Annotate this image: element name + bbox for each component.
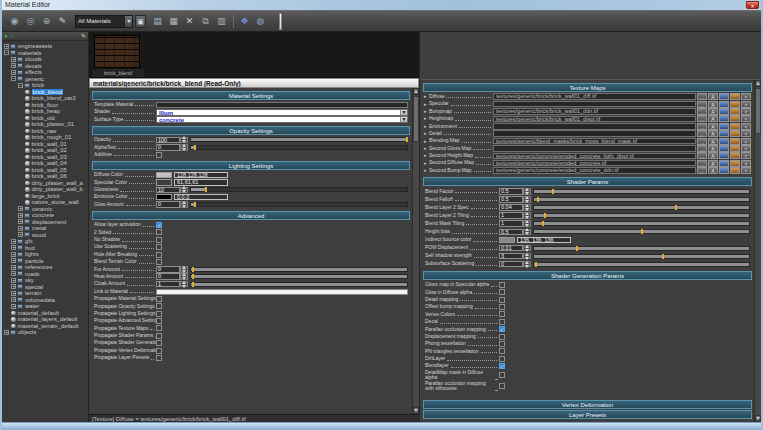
checkbox[interactable]: ✓ xyxy=(499,363,505,369)
slider-thumb[interactable] xyxy=(194,145,196,150)
checkbox[interactable] xyxy=(156,244,162,250)
spinner-up-icon[interactable] xyxy=(525,188,529,191)
texture-path-field[interactable] xyxy=(493,130,696,137)
preview-texture-button[interactable] xyxy=(730,93,740,100)
edit-texture-button[interactable] xyxy=(719,160,729,167)
edit-texture-button[interactable] xyxy=(719,130,729,137)
spinner-up-icon[interactable] xyxy=(525,245,529,248)
slider-track[interactable] xyxy=(533,229,750,234)
browse-texture-button[interactable]: … xyxy=(697,160,707,167)
texture-path-field[interactable] xyxy=(493,145,696,152)
combo-dropdown-button[interactable] xyxy=(400,117,407,122)
checkbox[interactable] xyxy=(156,340,162,346)
combo-field[interactable]: concrete xyxy=(156,116,408,123)
section-header[interactable]: Lighting Settings xyxy=(92,161,410,170)
slider-thumb[interactable] xyxy=(675,205,677,210)
collapse-row-button[interactable]: < xyxy=(741,108,751,115)
checkbox[interactable] xyxy=(156,152,162,158)
checkbox[interactable] xyxy=(156,259,162,265)
edit-texture-button[interactable] xyxy=(719,152,729,159)
value-spinner-arrows[interactable] xyxy=(180,144,188,151)
value-spinner[interactable]: 3 xyxy=(499,253,523,260)
slider-thumb[interactable] xyxy=(205,187,207,192)
assign-texture-button[interactable]: A xyxy=(708,115,718,122)
collapse-row-button[interactable]: < xyxy=(741,123,751,130)
value-spinner[interactable]: 0.04 xyxy=(499,204,523,211)
spinner-down-icon[interactable] xyxy=(525,224,529,227)
edit-texture-button[interactable] xyxy=(719,101,729,108)
value-spinner-arrows[interactable] xyxy=(180,273,188,280)
browse-texture-button[interactable]: … xyxy=(697,145,707,152)
tree-expander[interactable]: + xyxy=(18,213,23,218)
collapse-row-button[interactable]: < xyxy=(741,93,751,100)
slider-thumb[interactable] xyxy=(192,274,194,279)
slider-track[interactable] xyxy=(533,205,750,210)
checkbox[interactable] xyxy=(156,237,162,243)
color-swatch[interactable] xyxy=(499,237,515,244)
spinner-up-icon[interactable] xyxy=(182,144,186,147)
tree-expander[interactable]: + xyxy=(4,44,9,49)
value-spinner[interactable]: 1 xyxy=(499,212,523,219)
value-spinner-arrows[interactable] xyxy=(180,281,188,288)
value-spinner-arrows[interactable] xyxy=(523,229,531,236)
checkbox[interactable] xyxy=(156,229,162,235)
spinner-down-icon[interactable] xyxy=(525,249,529,252)
tree-expander[interactable]: + xyxy=(11,245,16,250)
edit-texture-button[interactable] xyxy=(719,145,729,152)
spinner-up-icon[interactable] xyxy=(182,266,186,269)
value-spinner[interactable]: 10 xyxy=(156,187,180,194)
checkbox[interactable] xyxy=(156,296,162,302)
scrollbar-thumb[interactable] xyxy=(755,88,761,134)
checkbox[interactable] xyxy=(499,356,505,362)
color-value-field[interactable]: 61,61,61 xyxy=(174,179,228,186)
preview-texture-button[interactable] xyxy=(730,101,740,108)
tree-expander[interactable]: + xyxy=(11,291,16,296)
material-filter-dropdown[interactable]: All Materials xyxy=(75,15,133,28)
collapse-row-button[interactable]: < xyxy=(741,145,751,152)
spinner-up-icon[interactable] xyxy=(182,273,186,276)
remove-item-icon[interactable]: ✕ xyxy=(182,14,197,29)
section-header-layer-presets[interactable]: Layer Presets xyxy=(423,410,752,419)
slider-thumb[interactable] xyxy=(542,221,544,226)
value-spinner-arrows[interactable] xyxy=(180,137,188,144)
checkbox[interactable] xyxy=(499,372,505,378)
color-value-field[interactable]: 128,128,128 xyxy=(174,172,228,179)
browse-texture-button[interactable]: … xyxy=(697,93,707,100)
value-spinner-arrows[interactable] xyxy=(523,261,531,268)
assign-texture-button[interactable]: A xyxy=(708,160,718,167)
checkbox[interactable] xyxy=(156,333,162,339)
value-spinner[interactable]: 1 xyxy=(499,220,523,227)
assign-texture-button[interactable]: A xyxy=(708,93,718,100)
tree-expander[interactable]: + xyxy=(18,206,23,211)
spinner-down-icon[interactable] xyxy=(525,232,529,235)
preview-texture-button[interactable] xyxy=(730,130,740,137)
tree-expander[interactable]: + xyxy=(11,258,16,263)
value-spinner[interactable]: 0 xyxy=(499,261,523,268)
checkbox[interactable] xyxy=(156,355,162,361)
checkbox[interactable] xyxy=(156,303,162,309)
checkbox[interactable] xyxy=(156,348,162,354)
browse-texture-button[interactable]: … xyxy=(697,108,707,115)
spinner-up-icon[interactable] xyxy=(182,281,186,284)
checkbox[interactable] xyxy=(499,289,505,295)
slider-thumb[interactable] xyxy=(544,213,546,218)
spinner-down-icon[interactable] xyxy=(182,205,186,208)
tree-expander[interactable]: − xyxy=(11,76,16,81)
value-spinner[interactable]: 100 xyxy=(156,137,180,144)
combo-field[interactable]: Illum xyxy=(156,109,408,116)
tree-item[interactable]: +objects xyxy=(2,329,88,336)
slider-thumb[interactable] xyxy=(537,197,539,202)
slider-thumb[interactable] xyxy=(194,202,196,207)
preview-texture-button[interactable] xyxy=(730,145,740,152)
texture-path-field[interactable]: textures/generic/concrete/eroded_concret… xyxy=(493,167,696,174)
spinner-up-icon[interactable] xyxy=(525,204,529,207)
scroll-up-button[interactable] xyxy=(755,80,761,87)
collapse-row-button[interactable]: < xyxy=(741,160,751,167)
value-spinner[interactable]: 0.01 xyxy=(499,245,523,252)
slider-track[interactable] xyxy=(533,221,750,226)
material-preview-thumbnail[interactable] xyxy=(94,35,140,68)
checkbox[interactable] xyxy=(499,383,505,389)
spinner-up-icon[interactable] xyxy=(525,228,529,231)
checkbox[interactable] xyxy=(156,311,162,317)
value-spinner[interactable]: 0.5 xyxy=(499,196,523,203)
